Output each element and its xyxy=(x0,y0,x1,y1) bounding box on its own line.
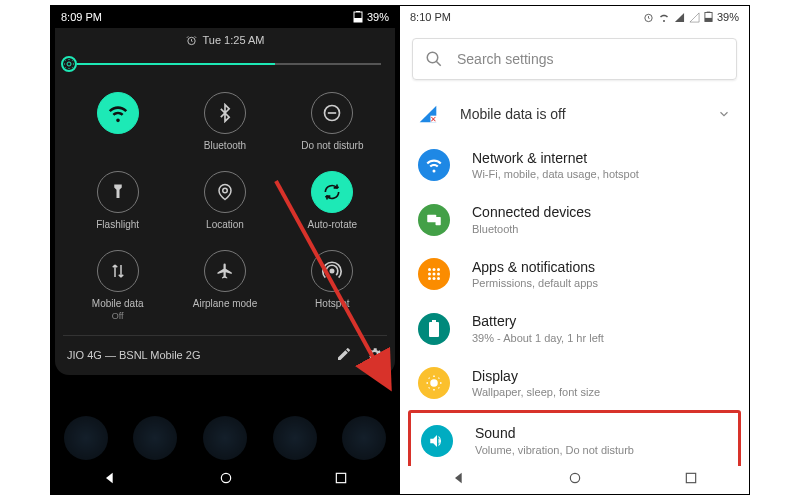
airplane-icon xyxy=(204,250,246,292)
svg-point-28 xyxy=(437,277,440,280)
qs-tile-mobiledata[interactable]: Mobile data Off xyxy=(69,250,166,321)
search-icon xyxy=(425,50,443,68)
alarm-icon xyxy=(186,35,197,46)
svg-rect-37 xyxy=(686,473,695,482)
qs-tile-dnd[interactable]: Do not disturb xyxy=(284,92,381,151)
svg-rect-13 xyxy=(705,18,712,22)
qs-tile-autorotate[interactable]: Auto-rotate xyxy=(284,171,381,230)
dock-app-icon[interactable] xyxy=(203,416,247,460)
dnd-icon xyxy=(311,92,353,134)
svg-point-6 xyxy=(223,188,228,193)
mobiledata-icon xyxy=(97,250,139,292)
dock-app-icon[interactable] xyxy=(133,416,177,460)
svg-rect-30 xyxy=(432,320,436,322)
dock-app-icon[interactable] xyxy=(342,416,386,460)
autorotate-icon xyxy=(311,171,353,213)
setting-apps[interactable]: Apps & notifications Permissions, defaul… xyxy=(400,247,749,301)
setting-title: Apps & notifications xyxy=(472,258,598,276)
battery-icon xyxy=(704,11,713,23)
location-icon xyxy=(204,171,246,213)
setting-display[interactable]: Display Wallpaper, sleep, font size xyxy=(400,356,749,410)
qs-label: Location xyxy=(206,219,244,230)
settings-list: Network & internet Wi-Fi, mobile, data u… xyxy=(400,138,749,494)
status-bar: 8:10 PM 39% xyxy=(400,6,749,28)
qs-label: Auto-rotate xyxy=(308,219,357,230)
svg-point-8 xyxy=(221,473,230,482)
qs-tile-flashlight[interactable]: Flashlight xyxy=(69,171,166,230)
svg-rect-29 xyxy=(429,322,439,337)
search-placeholder: Search settings xyxy=(457,51,554,67)
mobile-data-banner[interactable]: ✕ Mobile data is off xyxy=(400,90,749,138)
svg-point-22 xyxy=(437,268,440,271)
qs-tile-wifi[interactable] xyxy=(69,92,166,151)
nav-recent-icon[interactable] xyxy=(684,471,698,489)
wifi-icon xyxy=(658,11,670,23)
nav-back-icon[interactable] xyxy=(102,470,118,490)
svg-point-23 xyxy=(428,273,431,276)
wifi-icon xyxy=(97,92,139,134)
display-icon xyxy=(418,367,450,399)
sound-icon xyxy=(421,425,453,457)
brightness-thumb[interactable] xyxy=(61,56,77,72)
battery-setting-icon xyxy=(418,313,450,345)
edit-icon[interactable] xyxy=(336,346,352,363)
svg-point-25 xyxy=(437,273,440,276)
status-battery: 39% xyxy=(367,11,389,23)
home-dock xyxy=(51,410,399,466)
svg-point-15 xyxy=(427,52,438,63)
svg-rect-19 xyxy=(436,217,441,225)
svg-rect-2 xyxy=(356,11,360,12)
qs-label: Airplane mode xyxy=(193,298,257,309)
qs-footer: JIO 4G — BSNL Mobile 2G xyxy=(63,335,387,365)
setting-sound[interactable]: Sound Volume, vibration, Do not disturb xyxy=(411,413,738,467)
svg-text:✕: ✕ xyxy=(430,115,437,124)
setting-connected-devices[interactable]: Connected devices Bluetooth xyxy=(400,192,749,246)
brightness-slider[interactable] xyxy=(63,56,387,86)
nav-home-icon[interactable] xyxy=(219,471,233,489)
svg-point-20 xyxy=(428,268,431,271)
setting-sub: Bluetooth xyxy=(472,222,591,236)
status-battery: 39% xyxy=(717,11,739,23)
qs-label: Bluetooth xyxy=(204,140,246,151)
qs-date[interactable]: Tue 1:25 AM xyxy=(63,34,387,46)
apps-icon xyxy=(418,258,450,290)
svg-point-27 xyxy=(433,277,436,280)
gear-icon[interactable] xyxy=(366,346,383,363)
setting-network[interactable]: Network & internet Wi-Fi, mobile, data u… xyxy=(400,138,749,192)
setting-sub: Wi-Fi, mobile, data usage, hotspot xyxy=(472,167,639,181)
svg-rect-14 xyxy=(707,12,711,13)
signal-icon xyxy=(689,12,700,23)
nav-back-icon[interactable] xyxy=(451,470,467,490)
setting-sub: Wallpaper, sleep, font size xyxy=(472,385,600,399)
svg-point-21 xyxy=(433,268,436,271)
qs-label: Hotspot xyxy=(315,298,349,309)
signal-off-icon: ✕ xyxy=(418,104,438,124)
quick-settings-screen: 8:09 PM 39% Tue 1:25 AM xyxy=(51,6,400,494)
setting-sub: Permissions, default apps xyxy=(472,276,598,290)
qs-tile-bluetooth[interactable]: Bluetooth xyxy=(176,92,273,151)
battery-icon xyxy=(353,11,363,23)
svg-rect-1 xyxy=(354,18,362,22)
setting-sub: Volume, vibration, Do not disturb xyxy=(475,443,634,457)
setting-title: Battery xyxy=(472,312,604,330)
setting-battery[interactable]: Battery 39% - About 1 day, 1 hr left xyxy=(400,301,749,355)
banner-text: Mobile data is off xyxy=(460,106,566,122)
qs-tile-location[interactable]: Location xyxy=(176,171,273,230)
svg-rect-9 xyxy=(337,473,346,482)
quick-settings-panel: Tue 1:25 AM xyxy=(55,28,395,375)
status-time: 8:10 PM xyxy=(410,11,451,23)
nav-recent-icon[interactable] xyxy=(334,471,348,489)
qs-tile-hotspot[interactable]: Hotspot xyxy=(284,250,381,321)
search-input[interactable]: Search settings xyxy=(412,38,737,80)
qs-label: Mobile data xyxy=(92,298,144,309)
setting-sub: 39% - About 1 day, 1 hr left xyxy=(472,331,604,345)
nav-home-icon[interactable] xyxy=(568,471,582,489)
dock-app-icon[interactable] xyxy=(64,416,108,460)
settings-screen: 8:10 PM 39% Search settings ✕ Mobile dat… xyxy=(400,6,749,494)
svg-point-26 xyxy=(428,277,431,280)
qs-sublabel: Off xyxy=(112,311,124,321)
qs-tile-airplane[interactable]: Airplane mode xyxy=(176,250,273,321)
alarm-icon xyxy=(643,12,654,23)
dock-app-icon[interactable] xyxy=(273,416,317,460)
qs-label: Flashlight xyxy=(96,219,139,230)
